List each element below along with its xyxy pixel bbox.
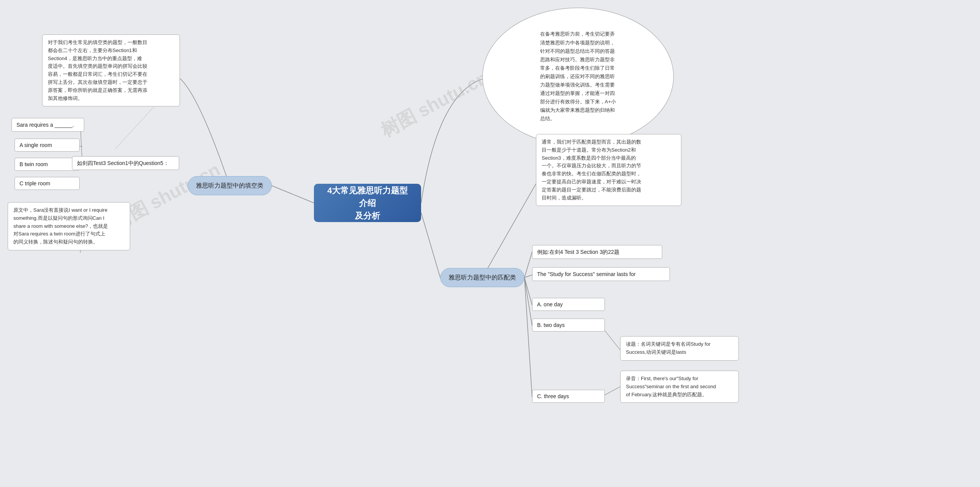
svg-line-14: [524, 278, 532, 305]
match-optC-label: C. three days: [537, 392, 569, 400]
oval-match: 雅思听力题型中的匹配类: [440, 268, 524, 287]
audio-tip-box: 录音：First, there's our"Study for Success"…: [620, 371, 739, 403]
center-node: 4大常见雅思听力题型介绍 及分析: [314, 184, 421, 222]
match-optB-label: B. two days: [537, 321, 565, 329]
option-a-node: A single room: [15, 139, 80, 152]
match-optB-node: B. two days: [532, 319, 605, 332]
match-desc-box: 通常，我们对于匹配类题型而言，其出题的数 目一般是少于十道题。常分布为Secti…: [536, 134, 681, 206]
top-bubble: 在备考雅思听力前，考生切记要弄 清楚雅思听力中各项题型的说明， 针对不同的题型总…: [482, 8, 674, 145]
explain-box: 原文中，Sara没有直接说I want or I require somethi…: [8, 202, 130, 250]
center-label: 4大常见雅思听力题型介绍 及分析: [323, 184, 412, 222]
oval-match-label: 雅思听力题型中的匹配类: [449, 273, 516, 282]
mindmap-container: 树图 shutu.cn 树图 shutu.cn 4大常见雅思听力题型介绍 及分析…: [0, 0, 980, 487]
option-a-label: A single room: [20, 141, 52, 149]
fill-desc-text: 对于我们考生常见的填空类的题型，一般数目 都会在二十个左右，主要分布Sectio…: [48, 39, 147, 101]
svg-line-13: [524, 275, 532, 278]
audio-tip-text: 录音：First, there's our"Study for Success"…: [626, 376, 716, 397]
example-label: 如剑四Test3 Section1中的Question5：: [77, 159, 169, 167]
explain-text: 原文中，Sara没有直接说I want or I require somethi…: [13, 207, 108, 245]
svg-line-11: [482, 184, 536, 278]
example2-node: 例如:在剑4 Test 3 Section 3的22题: [532, 245, 662, 259]
option-c-label: C triple room: [20, 180, 50, 188]
svg-line-16: [524, 278, 532, 397]
top-bubble-text: 在备考雅思听力前，考生切记要弄 清楚雅思听力中各项题型的说明， 针对不同的题型总…: [540, 30, 616, 123]
example2-label: 例如:在剑4 Test 3 Section 3的22题: [537, 248, 619, 256]
option-b-node: B twin room: [15, 158, 80, 171]
match-optA-node: A. one day: [532, 298, 605, 311]
oval-fill-label: 雅思听力题型中的填空类: [196, 181, 263, 190]
match-desc-text: 通常，我们对于匹配类题型而言，其出题的数 目一般是少于十道题。常分布为Secti…: [542, 139, 641, 201]
svg-line-0: [272, 186, 314, 203]
study-node: The "Study for Success" seminar lasts fo…: [532, 267, 670, 281]
watermark-2: 树图 shutu.cn: [376, 65, 492, 143]
read-tip-box: 读题：名词关键词是专有名词Study for Success,动词关键词是las…: [620, 336, 739, 361]
sara-req-label: Sara requires a ______.: [16, 121, 74, 129]
match-optA-label: A. one day: [537, 301, 563, 309]
fill-desc-box: 对于我们考生常见的填空类的题型，一般数目 都会在二十个左右，主要分布Sectio…: [42, 34, 180, 106]
oval-fill: 雅思听力题型中的填空类: [188, 176, 272, 195]
option-b-label: B twin room: [20, 160, 48, 168]
read-tip-text: 读题：名词关键词是专有名词Study for Success,动词关键词是las…: [626, 341, 710, 355]
svg-line-1: [421, 212, 440, 278]
study-label: The "Study for Success" seminar lasts fo…: [537, 270, 635, 278]
sara-req-node: Sara requires a ______.: [11, 118, 84, 132]
svg-line-12: [524, 252, 532, 278]
option-c-node: C triple room: [15, 177, 80, 190]
example-node: 如剑四Test3 Section1中的Question5：: [72, 156, 179, 170]
match-optC-node: C. three days: [532, 390, 605, 403]
svg-line-15: [524, 278, 532, 326]
